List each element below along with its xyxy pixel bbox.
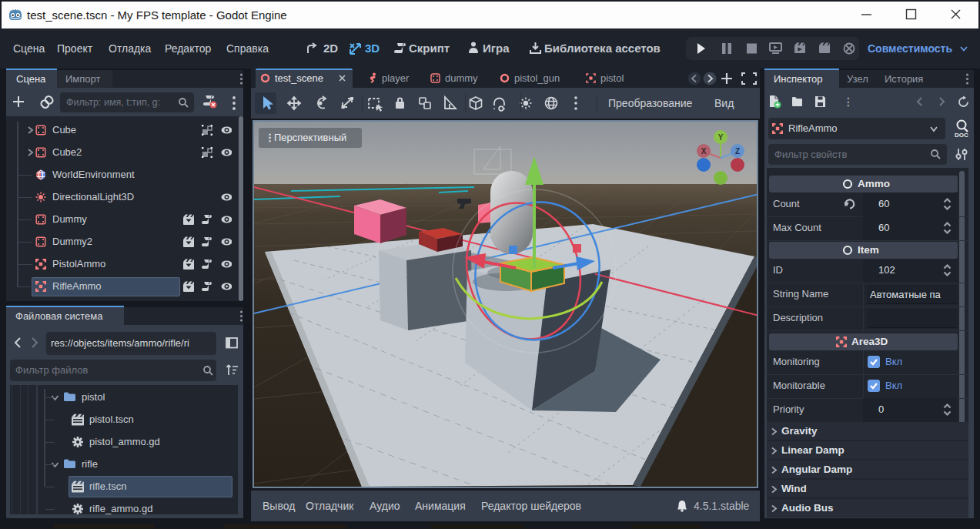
svg-text:DOC: DOC [955, 132, 968, 139]
